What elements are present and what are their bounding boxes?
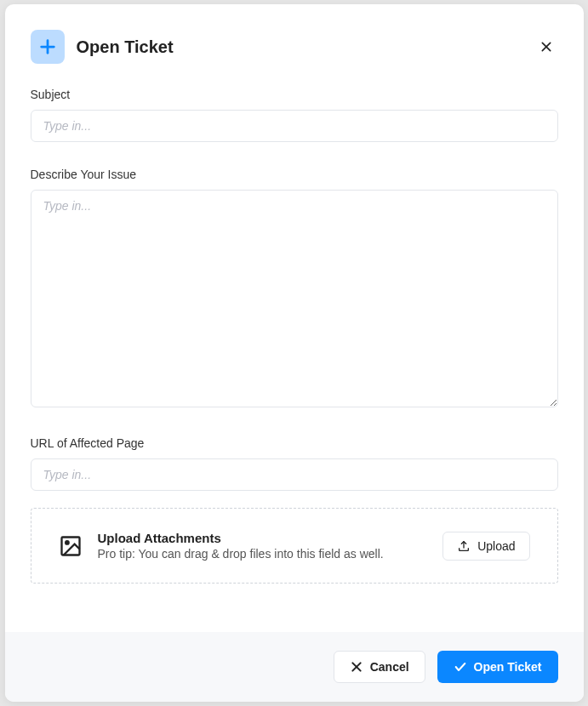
svg-point-5 xyxy=(66,541,69,544)
issue-textarea[interactable] xyxy=(31,190,558,407)
submit-button[interactable]: Open Ticket xyxy=(437,651,558,683)
subject-field-block: Subject xyxy=(31,88,558,142)
issue-label: Describe Your Issue xyxy=(31,168,558,181)
url-field-block: URL of Affected Page xyxy=(31,436,558,491)
cancel-button[interactable]: Cancel xyxy=(334,651,425,683)
url-label: URL of Affected Page xyxy=(31,436,558,450)
modal-title: Open Ticket xyxy=(77,37,534,57)
image-icon xyxy=(59,534,83,558)
check-icon xyxy=(454,660,467,674)
upload-title: Upload Attachments xyxy=(98,531,428,545)
upload-text-group: Upload Attachments Pro tip: You can drag… xyxy=(98,531,428,561)
plus-icon-wrap xyxy=(31,30,65,64)
submit-button-label: Open Ticket xyxy=(474,660,542,674)
modal-footer: Cancel Open Ticket xyxy=(5,632,584,702)
modal-header: Open Ticket xyxy=(31,30,558,64)
subject-input[interactable] xyxy=(31,110,558,142)
close-button[interactable] xyxy=(534,35,558,59)
open-ticket-modal: Open Ticket Subject Describe Your Issue … xyxy=(5,4,584,702)
subject-label: Subject xyxy=(31,88,558,101)
upload-icon xyxy=(457,539,471,553)
cancel-button-label: Cancel xyxy=(370,660,409,674)
upload-dropzone[interactable]: Upload Attachments Pro tip: You can drag… xyxy=(31,508,558,584)
upload-subtitle: Pro tip: You can drag & drop files into … xyxy=(98,547,428,561)
close-icon xyxy=(539,40,553,54)
issue-field-block: Describe Your Issue xyxy=(31,168,558,411)
x-icon xyxy=(350,660,363,674)
url-input[interactable] xyxy=(31,458,558,491)
upload-button-label: Upload xyxy=(477,539,515,553)
plus-icon xyxy=(38,37,57,56)
upload-button[interactable]: Upload xyxy=(442,532,529,561)
modal-body: Open Ticket Subject Describe Your Issue … xyxy=(5,4,584,632)
